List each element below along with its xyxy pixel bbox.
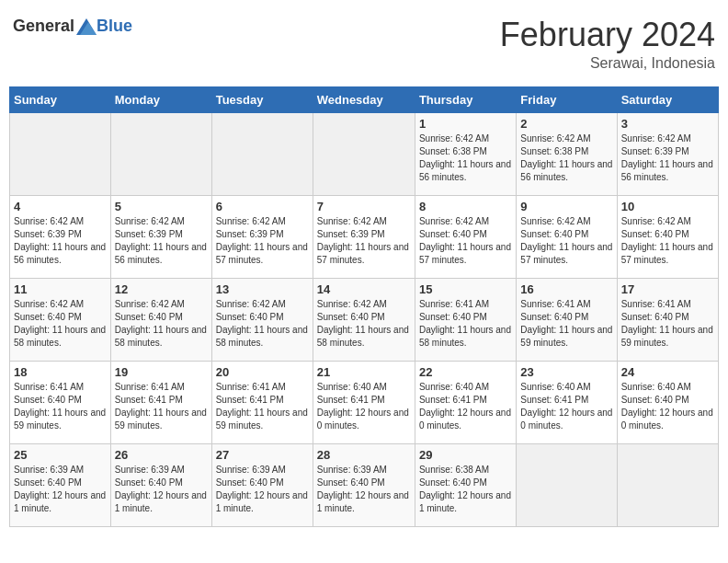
day-info: Sunrise: 6:42 AMSunset: 6:40 PMDaylight:… [115,298,208,350]
calendar-cell: 12Sunrise: 6:42 AMSunset: 6:40 PMDayligh… [110,278,211,361]
day-info: Sunrise: 6:40 AMSunset: 6:41 PMDaylight:… [317,381,411,432]
calendar-cell: 8Sunrise: 6:42 AMSunset: 6:40 PMDaylight… [415,195,516,278]
day-number: 22 [419,365,512,379]
calendar-cell [211,112,313,195]
calendar-cell: 2Sunrise: 6:42 AMSunset: 6:38 PMDaylight… [517,112,617,195]
calendar-cell [110,112,211,195]
day-info: Sunrise: 6:42 AMSunset: 6:39 PMDaylight:… [317,215,411,267]
calendar-cell: 25Sunrise: 6:39 AMSunset: 6:40 PMDayligh… [10,443,111,526]
day-number: 14 [317,282,411,296]
calendar-cell [517,443,617,526]
calendar-cell: 20Sunrise: 6:41 AMSunset: 6:41 PMDayligh… [211,361,313,443]
day-info: Sunrise: 6:41 AMSunset: 6:41 PMDaylight:… [216,381,309,432]
day-number: 17 [621,282,714,296]
header: General Blue February 2024 Serawai, Indo… [9,9,719,79]
calendar-cell: 21Sunrise: 6:40 AMSunset: 6:41 PMDayligh… [313,361,415,443]
calendar-cell: 26Sunrise: 6:39 AMSunset: 6:40 PMDayligh… [110,443,211,526]
day-info: Sunrise: 6:42 AMSunset: 6:40 PMDaylight:… [216,298,309,350]
day-number: 25 [14,448,107,462]
weekday-header-friday: Friday [517,86,617,112]
day-number: 16 [520,282,612,296]
calendar-table: SundayMondayTuesdayWednesdayThursdayFrid… [9,86,719,527]
month-title: February 2024 [500,17,715,53]
day-number: 27 [216,448,309,462]
day-number: 28 [317,448,411,462]
weekday-header-saturday: Saturday [617,86,718,112]
week-row-5: 25Sunrise: 6:39 AMSunset: 6:40 PMDayligh… [10,443,719,526]
calendar-cell: 14Sunrise: 6:42 AMSunset: 6:40 PMDayligh… [313,278,415,361]
week-row-2: 4Sunrise: 6:42 AMSunset: 6:39 PMDaylight… [10,195,719,278]
day-info: Sunrise: 6:42 AMSunset: 6:40 PMDaylight:… [621,215,714,267]
day-info: Sunrise: 6:39 AMSunset: 6:40 PMDaylight:… [216,464,309,515]
day-info: Sunrise: 6:42 AMSunset: 6:40 PMDaylight:… [317,298,411,350]
week-row-4: 18Sunrise: 6:41 AMSunset: 6:40 PMDayligh… [10,361,719,443]
calendar-cell: 19Sunrise: 6:41 AMSunset: 6:41 PMDayligh… [110,361,211,443]
day-number: 1 [419,117,512,131]
week-row-3: 11Sunrise: 6:42 AMSunset: 6:40 PMDayligh… [10,278,719,361]
day-info: Sunrise: 6:42 AMSunset: 6:38 PMDaylight:… [520,132,612,184]
calendar-cell: 1Sunrise: 6:42 AMSunset: 6:38 PMDaylight… [415,112,516,195]
calendar-cell: 3Sunrise: 6:42 AMSunset: 6:39 PMDaylight… [617,112,718,195]
calendar-cell: 24Sunrise: 6:40 AMSunset: 6:40 PMDayligh… [617,361,718,443]
day-info: Sunrise: 6:41 AMSunset: 6:40 PMDaylight:… [14,381,107,432]
calendar-cell: 4Sunrise: 6:42 AMSunset: 6:39 PMDaylight… [10,195,111,278]
calendar-cell: 10Sunrise: 6:42 AMSunset: 6:40 PMDayligh… [617,195,718,278]
day-info: Sunrise: 6:42 AMSunset: 6:40 PMDaylight:… [419,215,512,267]
logo-area: General Blue [13,17,132,36]
weekday-header-thursday: Thursday [415,86,516,112]
weekday-header-wednesday: Wednesday [313,86,415,112]
day-info: Sunrise: 6:42 AMSunset: 6:39 PMDaylight:… [14,215,107,267]
day-number: 26 [115,448,208,462]
calendar-cell: 29Sunrise: 6:38 AMSunset: 6:40 PMDayligh… [415,443,516,526]
week-row-1: 1Sunrise: 6:42 AMSunset: 6:38 PMDaylight… [10,112,719,195]
day-info: Sunrise: 6:41 AMSunset: 6:41 PMDaylight:… [115,381,208,432]
day-number: 4 [14,200,107,213]
day-info: Sunrise: 6:42 AMSunset: 6:38 PMDaylight:… [419,132,512,184]
day-info: Sunrise: 6:41 AMSunset: 6:40 PMDaylight:… [621,298,714,350]
day-number: 29 [419,448,512,462]
calendar-cell: 17Sunrise: 6:41 AMSunset: 6:40 PMDayligh… [617,278,718,361]
day-info: Sunrise: 6:41 AMSunset: 6:40 PMDaylight:… [520,298,612,350]
day-info: Sunrise: 6:38 AMSunset: 6:40 PMDaylight:… [419,464,512,515]
calendar-cell: 27Sunrise: 6:39 AMSunset: 6:40 PMDayligh… [211,443,313,526]
day-number: 11 [14,282,107,296]
day-info: Sunrise: 6:40 AMSunset: 6:40 PMDaylight:… [621,381,714,432]
day-number: 7 [317,200,411,213]
day-number: 12 [115,282,208,296]
logo-blue-text: Blue [97,17,132,36]
calendar-cell: 11Sunrise: 6:42 AMSunset: 6:40 PMDayligh… [10,278,111,361]
day-number: 21 [317,365,411,379]
day-number: 23 [520,365,612,379]
day-number: 20 [216,365,309,379]
calendar-cell: 9Sunrise: 6:42 AMSunset: 6:40 PMDaylight… [517,195,617,278]
day-number: 19 [115,365,208,379]
weekday-header-monday: Monday [110,86,211,112]
day-info: Sunrise: 6:40 AMSunset: 6:41 PMDaylight:… [520,381,612,432]
logo: General Blue [13,17,132,36]
day-number: 15 [419,282,512,296]
day-number: 9 [520,200,612,213]
calendar-cell: 15Sunrise: 6:41 AMSunset: 6:40 PMDayligh… [415,278,516,361]
day-info: Sunrise: 6:41 AMSunset: 6:40 PMDaylight:… [419,298,512,350]
day-info: Sunrise: 6:42 AMSunset: 6:40 PMDaylight:… [520,215,612,267]
calendar-cell: 22Sunrise: 6:40 AMSunset: 6:41 PMDayligh… [415,361,516,443]
calendar-cell [10,112,111,195]
day-info: Sunrise: 6:39 AMSunset: 6:40 PMDaylight:… [14,464,107,515]
day-info: Sunrise: 6:39 AMSunset: 6:40 PMDaylight:… [317,464,411,515]
day-number: 8 [419,200,512,213]
location-subtitle: Serawai, Indonesia [500,55,715,72]
calendar-cell: 28Sunrise: 6:39 AMSunset: 6:40 PMDayligh… [313,443,415,526]
calendar-cell: 13Sunrise: 6:42 AMSunset: 6:40 PMDayligh… [211,278,313,361]
day-number: 6 [216,200,309,213]
calendar-cell [617,443,718,526]
day-info: Sunrise: 6:39 AMSunset: 6:40 PMDaylight:… [115,464,208,515]
title-area: February 2024 Serawai, Indonesia [500,17,715,72]
day-number: 10 [621,200,714,213]
weekday-header-row: SundayMondayTuesdayWednesdayThursdayFrid… [10,86,719,112]
calendar-cell: 6Sunrise: 6:42 AMSunset: 6:39 PMDaylight… [211,195,313,278]
day-number: 5 [115,200,208,213]
day-info: Sunrise: 6:42 AMSunset: 6:39 PMDaylight:… [115,215,208,267]
day-info: Sunrise: 6:40 AMSunset: 6:41 PMDaylight:… [419,381,512,432]
weekday-header-sunday: Sunday [10,86,111,112]
day-number: 24 [621,365,714,379]
